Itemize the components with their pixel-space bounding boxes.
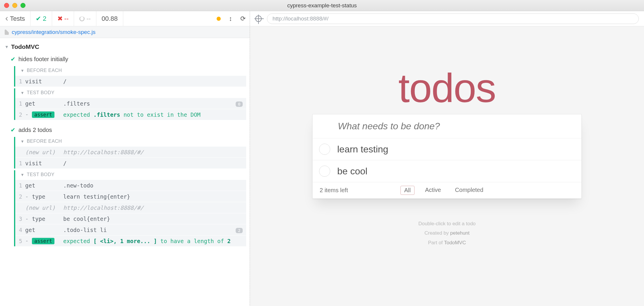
window-minimize-button[interactable] (12, 3, 17, 8)
element-count-badge: 0 (236, 102, 243, 107)
aut-url: http://localhost:8888/#/ (273, 16, 328, 22)
todo-card: learn testingbe cool 2 items left All Ac… (312, 114, 582, 199)
back-label: Tests (10, 15, 25, 23)
command-row-assert[interactable]: 2assertexpected .filters not to exist in… (15, 109, 246, 120)
caret-down-icon: ▼ (20, 139, 24, 144)
items-left-label: 2 items left (320, 187, 348, 194)
todo-item[interactable]: learn testing (313, 138, 581, 160)
pane-resizer[interactable] (248, 11, 251, 306)
spec-path: cypress/integration/smoke-spec.js (12, 29, 95, 35)
caret-down-icon: ▼ (20, 68, 24, 73)
todomvc-link[interactable]: TodoMVC (444, 240, 466, 245)
todo-footer: 2 items left All Active Completed (313, 182, 581, 198)
command-row[interactable]: 1get.filters0 (15, 98, 246, 109)
reporter-pane: Tests ✔2 ✖-- -- 00.88 ↕ ⟳ cypress/i (0, 11, 250, 306)
todo-text: learn testing (337, 144, 388, 155)
reporter-toolbar: Tests ✔2 ✖-- -- 00.88 ↕ ⟳ (0, 11, 250, 26)
todo-item[interactable]: be cool (313, 160, 581, 182)
todo-text: be cool (337, 166, 367, 177)
command-row[interactable]: 1get.new-todo (15, 180, 246, 191)
filter-completed[interactable]: Completed (451, 186, 487, 195)
new-url-row: (new url)http://localhost:8888/#/ (15, 146, 246, 157)
command-row[interactable]: 1visit/ (15, 75, 246, 87)
app-heading: todos (312, 64, 582, 112)
window-close-button[interactable] (4, 3, 9, 8)
new-url-row: (new url)http://localhost:8888/#/ (15, 202, 246, 213)
command-row[interactable]: 3typebe cool{enter} (15, 213, 246, 224)
file-icon (5, 30, 9, 35)
viewport-scale-button[interactable]: ↕ (225, 15, 236, 23)
toggle-complete-checkbox[interactable] (319, 166, 330, 177)
test-title: adds 2 todos (18, 127, 52, 133)
selector-playground-button[interactable] (255, 16, 262, 22)
command-row[interactable]: 2typelearn testing{enter} (15, 191, 246, 202)
aut-url-bar[interactable]: http://localhost:8888/#/ (267, 13, 639, 24)
window-title: cypress-example-test-status (0, 2, 644, 9)
command-row-assert[interactable]: 5assertexpected [ <li>, 1 more... ] to h… (15, 235, 246, 246)
aut-viewport[interactable]: todos learn testingbe cool 2 items left … (250, 26, 644, 306)
status-indicator (213, 15, 225, 23)
hook-label[interactable]: ▼BEFORE EACH (15, 66, 246, 75)
back-to-tests-button[interactable]: Tests (0, 11, 30, 26)
filter-all[interactable]: All (400, 186, 415, 195)
toggle-complete-checkbox[interactable] (319, 144, 330, 155)
spec-path-bar[interactable]: cypress/integration/smoke-spec.js (0, 26, 250, 38)
suite-title: TodoMVC (11, 43, 39, 50)
pending-icon (79, 16, 85, 21)
chevron-left-icon (5, 14, 8, 24)
stats-duration: 00.88 (96, 11, 123, 26)
command-row[interactable]: 1visit/ (15, 157, 246, 169)
caret-down-icon: ▼ (5, 44, 9, 49)
caret-down-icon: ▼ (20, 173, 24, 177)
check-icon: ✔ (36, 15, 41, 23)
command-row[interactable]: 4get.todo-list li2 (15, 224, 246, 235)
window-titlebar: cypress-example-test-status (0, 0, 644, 11)
x-icon: ✖ (57, 15, 63, 23)
suite-header[interactable]: ▼ TodoMVC (2, 42, 246, 52)
hook-label[interactable]: ▼BEFORE EACH (15, 137, 246, 146)
app-info: Double-click to edit a todo Created by p… (312, 219, 582, 247)
window-zoom-button[interactable] (20, 3, 25, 8)
amber-dot-icon (217, 17, 221, 21)
filter-active[interactable]: Active (422, 186, 444, 195)
stats-passed: ✔2 (30, 11, 52, 26)
caret-down-icon: ▼ (20, 91, 24, 95)
restart-button[interactable]: ⟳ (236, 15, 250, 23)
reporter-body[interactable]: ▼ TodoMVC ✔hides footer initially▼BEFORE… (0, 38, 250, 306)
test-title: hides footer initially (18, 56, 68, 63)
filter-list: All Active Completed (400, 186, 487, 195)
aut-toolbar: http://localhost:8888/#/ (250, 11, 644, 26)
author-link[interactable]: petehunt (450, 230, 470, 236)
check-icon: ✔ (11, 56, 16, 63)
hook-label[interactable]: ▼TEST BODY (15, 170, 246, 180)
element-count-badge: 2 (236, 228, 243, 233)
stats-pending: -- (74, 11, 96, 26)
stats-failed: ✖-- (52, 11, 74, 26)
test-header[interactable]: ✔adds 2 todos (2, 125, 246, 135)
hook-label[interactable]: ▼TEST BODY (15, 88, 246, 98)
new-todo-input[interactable] (313, 114, 581, 138)
aut-pane: http://localhost:8888/#/ todos learn tes… (250, 11, 644, 306)
check-icon: ✔ (11, 126, 16, 133)
test-header[interactable]: ✔hides footer initially (2, 54, 246, 64)
